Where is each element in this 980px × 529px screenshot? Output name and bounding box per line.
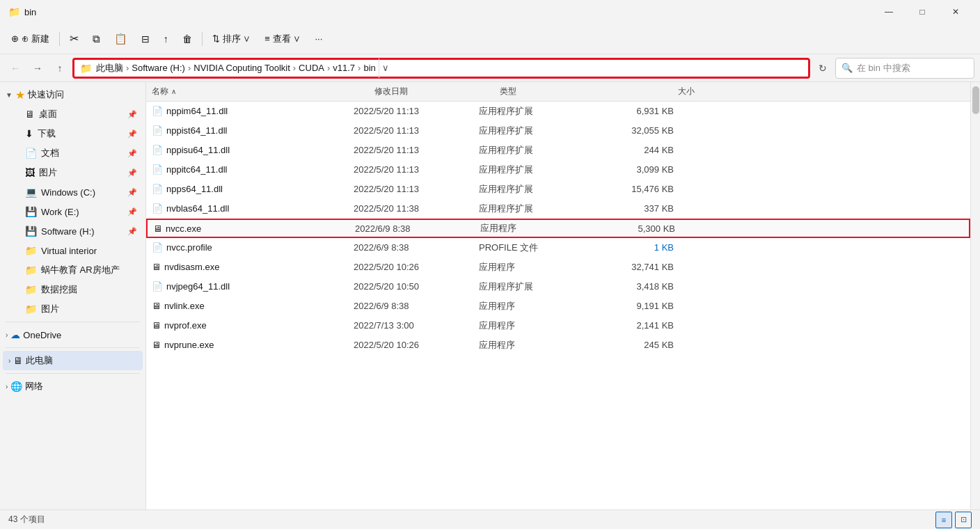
sidebar: ▼ ★ 快速访问 🖥 桌面 📌 ⬇ 下载 📌 📄 文档 📌 🖼 图片 📌 💻 W… xyxy=(0,82,146,510)
sidebar-item-pictures[interactable]: 🖼 图片 📌 xyxy=(3,163,143,182)
exe-icon: 🖥 xyxy=(153,223,162,234)
item-count: 43 个项目 xyxy=(8,514,45,526)
scrollbar[interactable] xyxy=(970,82,980,510)
this-pc-header[interactable]: › 🖥 此电脑 xyxy=(3,351,143,370)
quick-access-star-icon: ★ xyxy=(15,88,25,102)
more-button[interactable]: ··· xyxy=(309,28,328,50)
pictures2-icon: 📁 xyxy=(25,303,37,315)
file-area: 名称 ∧ 修改日期 类型 大小 📄nppim64_11.dll 2022/5/2… xyxy=(146,82,970,510)
table-row[interactable]: 📄nppim64_11.dll 2022/5/20 11:13 应用程序扩展 6… xyxy=(146,102,970,121)
network-icon: 🌐 xyxy=(10,381,22,392)
sidebar-item-downloads[interactable]: ⬇ 下载 📌 xyxy=(3,124,143,143)
close-button[interactable]: ✕ xyxy=(940,1,972,23)
onedrive-chevron: › xyxy=(6,331,8,339)
maximize-button[interactable]: □ xyxy=(906,1,938,23)
dll-icon: 📄 xyxy=(152,125,163,136)
sidebar-item-data-mining[interactable]: 📁 数据挖掘 xyxy=(3,280,143,299)
col-header-type[interactable]: 类型 xyxy=(500,86,611,97)
profile-icon: 📄 xyxy=(152,242,163,253)
table-row[interactable]: 📄nvcc.profile 2022/6/9 8:38 PROFILE 文件 1… xyxy=(146,238,970,258)
table-row[interactable]: 📄nvblas64_11.dll 2022/5/20 11:38 应用程序扩展 … xyxy=(146,199,970,219)
sidebar-item-documents[interactable]: 📄 文档 📌 xyxy=(3,143,143,163)
copy-button[interactable]: ⧉ xyxy=(87,28,106,50)
sidebar-item-software-h[interactable]: 💾 Software (H:) 📌 xyxy=(3,221,143,241)
pictures-icon: 🖼 xyxy=(25,167,35,178)
view-icon: ≡ xyxy=(264,33,270,44)
delete-button[interactable]: 🗑 xyxy=(177,28,198,50)
col-header-size[interactable]: 大小 xyxy=(611,86,695,97)
rename-icon: ⊟ xyxy=(141,33,150,45)
table-row[interactable]: 🖥nvprof.exe 2022/7/13 3:00 应用程序 2,141 KB xyxy=(146,316,970,335)
exe-icon: 🖥 xyxy=(152,301,161,311)
address-folder-icon: 📁 xyxy=(80,63,92,74)
dll-icon: 📄 xyxy=(152,106,163,116)
share-button[interactable]: ↑ xyxy=(158,28,174,50)
table-row[interactable]: 📄npps64_11.dll 2022/5/20 11:13 应用程序扩展 15… xyxy=(146,180,970,199)
paste-button[interactable]: 📋 xyxy=(109,28,133,50)
sidebar-item-windows-c[interactable]: 💻 Windows (C:) 📌 xyxy=(3,182,143,202)
desktop-icon: 🖥 xyxy=(25,109,35,120)
window-title: bin xyxy=(24,7,36,17)
table-row[interactable]: 🖥nvlink.exe 2022/6/9 8:38 应用程序 9,191 KB xyxy=(146,297,970,316)
scrollbar-thumb[interactable] xyxy=(972,86,979,114)
pin-icon-pictures: 📌 xyxy=(127,168,137,177)
up-button[interactable]: ↑ xyxy=(50,58,70,78)
this-pc-chevron: › xyxy=(8,357,10,365)
network-header[interactable]: › 🌐 网络 xyxy=(0,377,145,396)
title-bar-controls: — □ ✕ xyxy=(873,1,972,23)
dll-icon: 📄 xyxy=(152,203,163,214)
sort-button[interactable]: ⇅ 排序 ∨ xyxy=(207,28,257,50)
sort-icon: ⇅ xyxy=(212,33,220,44)
table-row[interactable]: 📄nppisu64_11.dll 2022/5/20 11:13 应用程序扩展 … xyxy=(146,141,970,160)
documents-icon: 📄 xyxy=(25,148,37,159)
sidebar-item-pictures2[interactable]: 📁 图片 xyxy=(3,299,143,319)
pin-icon-h: 📌 xyxy=(127,227,137,236)
search-box[interactable]: 🔍 在 bin 中搜索 xyxy=(835,58,974,79)
address-dropdown-icon[interactable]: ∨ xyxy=(379,58,393,78)
refresh-button[interactable]: ↻ xyxy=(813,58,832,78)
pin-icon-c: 📌 xyxy=(127,188,137,197)
onedrive-header[interactable]: › ☁ OneDrive xyxy=(0,325,145,345)
minimize-button[interactable]: — xyxy=(873,1,905,23)
list-view-button[interactable]: ≡ xyxy=(935,512,952,528)
cut-button[interactable]: ✂ xyxy=(64,28,84,50)
exe-icon: 🖥 xyxy=(152,320,161,331)
snail-edu-icon: 📁 xyxy=(25,264,37,276)
col-header-name[interactable]: 名称 ∧ xyxy=(152,86,374,97)
sidebar-item-desktop[interactable]: 🖥 桌面 📌 xyxy=(3,104,143,124)
dll-icon: 📄 xyxy=(152,281,163,292)
table-row[interactable]: 🖥nvprune.exe 2022/5/20 10:26 应用程序 245 KB xyxy=(146,335,970,355)
pin-icon-documents: 📌 xyxy=(127,149,137,158)
table-row[interactable]: 🖥nvdisasm.exe 2022/5/20 10:26 应用程序 32,74… xyxy=(146,258,970,277)
new-button[interactable]: ⊕ ⊕ 新建 xyxy=(6,28,55,50)
details-view-button[interactable]: ⊡ xyxy=(955,512,972,528)
back-button[interactable]: ← xyxy=(6,58,25,78)
status-right: ≡ ⊡ xyxy=(935,512,972,528)
address-box[interactable]: 📁 此电脑 › Software (H:) › NVIDIA Coputing … xyxy=(72,58,810,79)
view-button[interactable]: ≡ 查看 ∨ xyxy=(259,28,306,50)
pin-icon-desktop: 📌 xyxy=(127,110,137,119)
table-row-nvcc[interactable]: 🖥nvcc.exe 2022/6/9 8:38 应用程序 5,300 KB xyxy=(146,219,970,238)
forward-button[interactable]: → xyxy=(28,58,47,78)
col-header-date[interactable]: 修改日期 xyxy=(374,86,500,97)
status-bar: 43 个项目 ≡ ⊡ xyxy=(0,510,980,529)
drive-e-icon: 💾 xyxy=(25,206,37,217)
quick-access-chevron: ▼ xyxy=(6,91,13,99)
table-row[interactable]: 📄nvjpeg64_11.dll 2022/5/20 10:50 应用程序扩展 … xyxy=(146,277,970,297)
dll-icon: 📄 xyxy=(152,145,163,155)
dll-icon: 📄 xyxy=(152,184,163,194)
main-layout: ▼ ★ 快速访问 🖥 桌面 📌 ⬇ 下载 📌 📄 文档 📌 🖼 图片 📌 💻 W… xyxy=(0,82,980,510)
table-row[interactable]: 📄nppitc64_11.dll 2022/5/20 11:13 应用程序扩展 … xyxy=(146,160,970,180)
sidebar-divider-3 xyxy=(6,373,140,374)
pin-icon-e: 📌 xyxy=(127,207,137,216)
exe-icon: 🖥 xyxy=(152,262,161,272)
sidebar-item-virtual-interior[interactable]: 📁 Virtual interior xyxy=(3,241,143,260)
title-bar-left: 📁 bin xyxy=(8,6,36,17)
sidebar-item-snail-edu[interactable]: 📁 蜗牛教育 AR房地产 xyxy=(3,260,143,280)
rename-button[interactable]: ⊟ xyxy=(136,28,155,50)
search-icon: 🔍 xyxy=(841,63,853,73)
new-icon: ⊕ xyxy=(11,33,19,44)
table-row[interactable]: 📄nppist64_11.dll 2022/5/20 11:13 应用程序扩展 … xyxy=(146,121,970,141)
quick-access-header[interactable]: ▼ ★ 快速访问 xyxy=(0,85,145,104)
sidebar-item-work-e[interactable]: 💾 Work (E:) 📌 xyxy=(3,202,143,221)
